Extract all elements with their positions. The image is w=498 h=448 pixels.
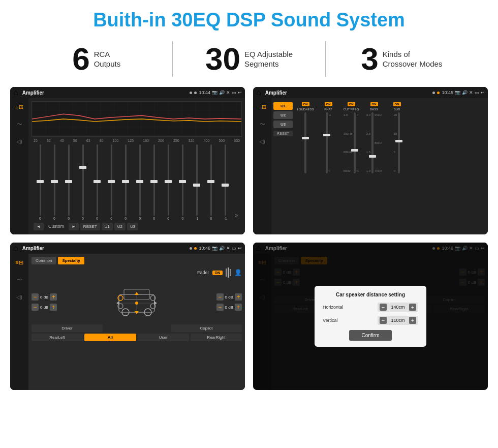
svg-marker-12 [135,292,139,295]
db-plus-2[interactable]: + [235,293,242,301]
cross-close-icon[interactable]: ✕ [469,90,473,95]
eq-play-btn[interactable]: ► [69,223,79,230]
fader-user-btn[interactable]: User [138,334,189,341]
fader-back-icon[interactable]: ↩ [238,246,242,251]
bass-slider[interactable] [371,112,374,173]
cross-wave-icon[interactable]: 〜 [258,119,267,130]
eq-filter-icon[interactable]: ≡⊞ [14,102,24,112]
vertical-minus-btn[interactable]: − [380,317,387,324]
eq-track-5[interactable] [111,144,112,216]
fader-all-btn[interactable]: All [84,334,136,341]
stat-crossover: 3 Kinds ofCrossover Modes [326,43,478,75]
eq-u3-btn[interactable]: U3 [127,223,138,230]
eq-track-9[interactable] [168,144,169,216]
eq-slider-6: 0 [119,144,132,220]
horizontal-minus-btn[interactable]: − [380,304,387,311]
db-plus-1[interactable]: + [50,304,57,311]
eq-home-icon[interactable]: ⌂ [13,88,18,97]
fader-wave-icon[interactable]: 〜 [15,275,24,285]
db-minus-3[interactable]: − [216,304,224,311]
stat-crossover-number: 3 [361,43,378,75]
eq-wave-icon[interactable]: 〜 [15,119,24,130]
cross-u2-btn[interactable]: U2 [273,111,293,119]
eq-bottom-bar: ◄ Custom ► RESET U1 U2 U3 [32,220,242,231]
cross-speaker-icon[interactable]: ◁) [258,137,267,146]
fader-specialty-tab[interactable]: Specialty [58,257,84,264]
eq-track-0[interactable] [40,144,41,216]
db-val-1: 0 dB [40,305,48,310]
fader-rearleft-btn[interactable]: RearLeft [32,334,83,341]
fader-settings-icon[interactable]: 👤 [234,269,242,276]
fader-header-row: Fader ON 👤 [32,267,242,278]
eq-u2-btn[interactable]: U2 [114,223,126,230]
fader-speaker-icon[interactable]: ◁) [15,292,24,302]
svg-marker-14 [116,301,119,305]
db-row-1: − 0 dB + [32,304,57,311]
eq-track-2[interactable] [68,144,70,216]
expand-icon[interactable]: » [233,211,240,220]
eq-track-3[interactable] [82,144,84,216]
sub-on-badge[interactable]: ON [393,102,401,106]
cross-home-icon[interactable]: ⌂ [256,88,261,97]
cross-filter-icon[interactable]: ≡⊞ [257,102,267,112]
eq-reset-btn[interactable]: RESET [80,223,100,230]
eq-track-13[interactable] [225,144,226,216]
eq-back-icon[interactable]: ↩ [238,90,242,95]
sub-slider[interactable] [398,112,400,173]
cross-reset-btn[interactable]: RESET [273,131,293,136]
eq-track-10[interactable] [182,144,183,216]
phat-slider[interactable] [326,112,328,173]
cross-u1-btn[interactable]: U1 [273,102,293,110]
eq-track-12[interactable] [210,144,212,216]
cross-status-icons: 10:45 📷 🔊 ✕ ▭ ↩ [442,90,485,95]
db-plus-3[interactable]: + [235,304,242,311]
fader-on-toggle[interactable]: ON [212,271,223,275]
fader-rearright-btn[interactable]: RearRight [191,334,242,341]
eq-close-icon[interactable]: ✕ [226,90,230,95]
eq-track-1[interactable] [54,144,55,216]
phat-on-badge[interactable]: ON [325,102,332,106]
fader-controls: − 0 dB + − 0 dB + [32,282,242,322]
fader-home-icon[interactable]: ⌂ [13,244,18,253]
fader-filter-icon[interactable]: ≡⊞ [14,258,24,267]
dialog-horizontal-control: − 140cm + [378,303,418,312]
stat-rca: 6 RCAOutputs [20,43,172,75]
horizontal-plus-btn[interactable]: + [409,304,416,311]
db-val-2: 0 dB [225,295,233,300]
eq-u1-btn[interactable]: U1 [102,223,113,230]
eq-track-6[interactable] [125,144,127,216]
eq-rect-icon: ▭ [232,90,236,95]
fader-copilot-btn[interactable]: Copilot [171,324,242,332]
cutfreq-slider[interactable] [354,112,356,173]
eq-sliders: 0 0 0 5 0 [32,144,242,220]
eq-main-area: 253240506380100125160200250320400500630 … [28,98,245,234]
stats-row: 6 RCAOutputs 30 EQ AdjustableSegments 3 … [0,37,498,85]
db-minus-0[interactable]: − [32,293,39,301]
cross-back-icon[interactable]: ↩ [481,90,485,95]
eq-prev-btn[interactable]: ◄ [34,223,44,230]
loudness-label: LOUDNESS [297,108,314,111]
eq-track-4[interactable] [97,144,98,216]
fader-common-tab[interactable]: Common [32,257,56,264]
db-plus-0[interactable]: + [50,293,57,301]
cutfreq-on-badge[interactable]: ON [348,102,355,106]
vertical-plus-btn[interactable]: + [409,317,416,324]
db-minus-2[interactable]: − [216,293,224,301]
stat-eq: 30 EQ AdjustableSegments [173,43,325,75]
svg-marker-15 [154,301,157,305]
db-minus-1[interactable]: − [32,304,39,311]
fader-close-icon[interactable]: ✕ [226,246,230,251]
eq-slider-2: 0 [62,144,75,220]
loudness-slider[interactable] [304,112,306,173]
loudness-on-badge[interactable]: ON [302,102,309,106]
eq-speaker-icon[interactable]: ◁) [15,137,24,146]
cross-u3-btn[interactable]: U3 [273,121,293,128]
bass-on-badge[interactable]: ON [370,102,378,106]
eq-track-8[interactable] [153,144,155,216]
confirm-button[interactable]: Confirm [349,330,391,341]
fader-cam-icon: 📷 [212,246,217,251]
cross-dot2 [437,92,440,94]
eq-track-7[interactable] [139,144,141,216]
eq-track-11[interactable] [196,144,198,216]
fader-driver-btn[interactable]: Driver [32,324,103,332]
